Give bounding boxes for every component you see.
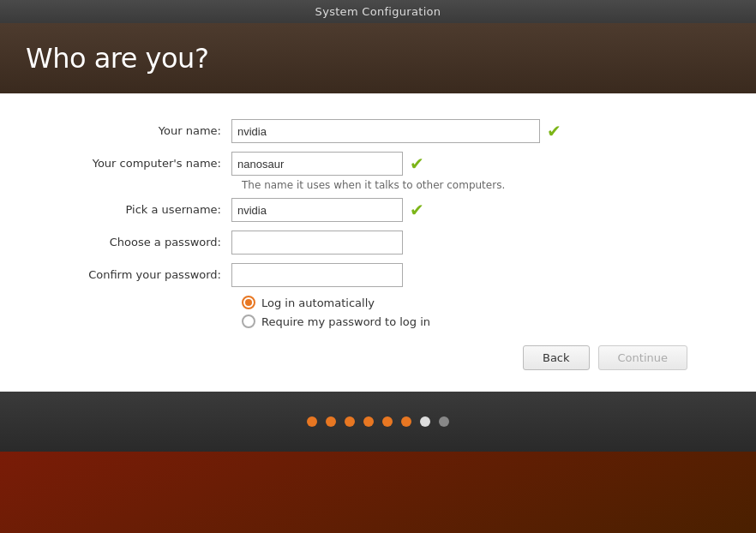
your-name-label: Your name: [51,119,231,143]
computer-name-input[interactable] [231,152,403,176]
dot-5 [382,416,393,427]
require-password-radio[interactable] [242,314,255,328]
computer-name-checkmark: ✔ [410,155,424,172]
dot-4 [363,416,374,427]
confirm-password-label: Confirm your password: [51,263,231,287]
your-name-input-wrap: ✔ [231,119,561,143]
confirm-password-input-wrap [231,263,403,287]
your-name-checkmark: ✔ [547,123,561,140]
login-auto-row[interactable]: Log in automatically [242,296,705,309]
title-bar: System Configuration [0,0,756,23]
login-auto-radio[interactable] [242,296,255,309]
dot-8 [439,416,449,427]
password-row: Choose a password: [51,231,705,255]
computer-name-input-wrap: ✔ [231,152,424,176]
require-password-label: Require my password to log in [261,315,430,328]
username-input-wrap: ✔ [231,198,424,222]
your-name-input[interactable] [231,119,540,143]
username-input[interactable] [231,198,403,222]
username-row: Pick a username: ✔ [51,198,705,222]
computer-name-label: Your computer's name: [51,152,231,176]
back-button[interactable]: Back [523,345,590,370]
dot-7 [420,416,430,427]
continue-button[interactable]: Continue [598,345,687,370]
your-name-row: Your name: ✔ [51,119,705,143]
password-input-wrap [231,231,403,255]
computer-name-row: Your computer's name: ✔ [51,152,705,176]
computer-name-hint: The name it uses when it talks to other … [242,179,705,191]
button-row: Back Continue [51,345,705,370]
progress-dots [0,392,756,452]
username-label: Pick a username: [51,198,231,222]
login-options: Log in automatically Require my password… [242,296,705,328]
dot-1 [307,416,317,427]
confirm-password-input[interactable] [231,263,403,287]
username-checkmark: ✔ [410,201,424,219]
main-content: Your name: ✔ Your computer's name: ✔ The… [0,93,756,392]
header-section: Who are you? [0,23,756,93]
dot-3 [345,416,355,427]
dot-6 [401,416,411,427]
dot-2 [326,416,336,427]
page-heading: Who are you? [26,42,730,75]
password-input[interactable] [231,231,403,255]
login-auto-label: Log in automatically [261,296,375,309]
password-label: Choose a password: [51,231,231,255]
require-password-row[interactable]: Require my password to log in [242,314,705,328]
window-title: System Configuration [315,5,441,18]
confirm-password-row: Confirm your password: [51,263,705,287]
